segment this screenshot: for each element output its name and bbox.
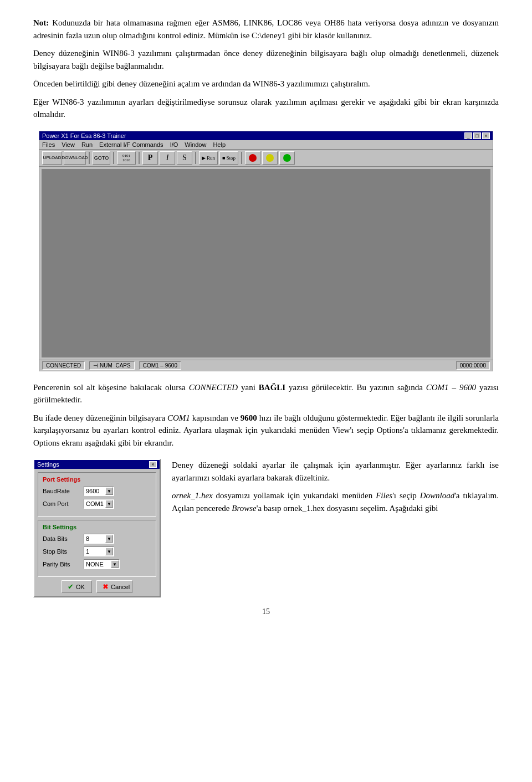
- ok-label: OK: [76, 584, 85, 590]
- toolbar-btn-green[interactable]: [279, 151, 295, 165]
- maximize-btn[interactable]: □: [473, 132, 481, 139]
- settings-section: Settings × Port Settings BaudRate 9600 ▼…: [33, 459, 499, 597]
- toolbar-btn-stop[interactable]: ■ Stop: [219, 151, 238, 165]
- toolbar-sep4: [195, 152, 196, 164]
- databits-dropdown-arrow[interactable]: ▼: [105, 535, 113, 543]
- page-number: 15: [33, 607, 499, 616]
- stopbits-label: Stop Bits: [43, 548, 80, 555]
- note-label: Not:: [33, 18, 49, 27]
- settings-para2-italic3: Download: [420, 491, 455, 500]
- toolbar-sep2: [113, 152, 114, 164]
- menu-view[interactable]: View: [62, 141, 75, 148]
- para4-end: yazısı görülecektir.: [285, 383, 353, 392]
- toolbar-sep1: [89, 152, 90, 164]
- toolbar-btn-yellow[interactable]: [262, 151, 278, 165]
- para6-block: Bu ifade deney düzeneğinin bilgisayara C…: [33, 412, 499, 449]
- stopbits-row: Stop Bits 1 ▼: [43, 546, 151, 556]
- paritybits-input[interactable]: NONE ▼: [84, 559, 120, 569]
- stopbits-dropdown-arrow[interactable]: ▼: [105, 548, 113, 555]
- comport-value: COM1: [86, 500, 104, 507]
- comport-row: Com Port COM1 ▼: [43, 499, 151, 509]
- baudrate-label: BaudRate: [43, 488, 80, 494]
- paritybits-row: Parity Bits NONE ▼: [43, 559, 151, 569]
- settings-right-text: Deney düzeneği soldaki ayarlar ile çalış…: [172, 459, 499, 520]
- para5-italic: COM1 – 9600: [426, 383, 476, 392]
- cancel-label: Cancel: [111, 584, 130, 590]
- toolbar-btn-i[interactable]: I: [160, 151, 175, 165]
- menu-run[interactable]: Run: [81, 141, 93, 148]
- minimize-btn[interactable]: _: [464, 132, 472, 139]
- status-connected: CONNECTED: [42, 361, 85, 370]
- baudrate-value: 9600: [86, 488, 99, 494]
- dlg-buttons: ✔ OK ✖ Cancel: [38, 580, 156, 593]
- screen-window: Power X1 For Esa 86-3 Trainer _ □ × File…: [39, 131, 493, 371]
- toolbar-btn-run[interactable]: ▶ Run: [199, 151, 218, 165]
- settings-para2: ornek_1.hex dosyamızı yollamak için yuka…: [172, 489, 499, 514]
- stopbits-input[interactable]: 1 ▼: [84, 546, 114, 556]
- comport-input[interactable]: COM1 ▼: [84, 499, 114, 509]
- screen-main-area: [42, 169, 490, 357]
- para4-italic: CONNECTED: [189, 383, 238, 392]
- screen-toolbar: UPLOAD DOWNLOAD GOTO 01011010 P I S ▶ Ru…: [39, 150, 493, 167]
- close-btn[interactable]: ×: [482, 132, 490, 139]
- databits-label: Data Bits: [43, 535, 80, 542]
- status-icon: ⊣ NUM CAPS: [89, 361, 134, 370]
- para3: Eğer WIN86-3 yazılımının ayarları değişt…: [33, 96, 499, 121]
- baudrate-row: BaudRate 9600 ▼: [43, 486, 151, 496]
- settings-para2-mid2: 'ı seçip: [392, 491, 420, 500]
- settings-para3-italic: Browse: [232, 504, 256, 513]
- ok-button[interactable]: ✔ OK: [62, 580, 92, 593]
- toolbar-btn-s[interactable]: S: [177, 151, 192, 165]
- para6-italic: COM1: [167, 413, 190, 422]
- toolbar-btn-red[interactable]: [245, 151, 260, 165]
- databits-row: Data Bits 8 ▼: [43, 534, 151, 544]
- settings-para2-italic2: Files: [376, 491, 392, 500]
- settings-para2-mid: dosyamızı yollamak için yukarıdaki menüd…: [213, 491, 376, 500]
- toolbar-btn-upload[interactable]: UPLOAD: [42, 151, 62, 165]
- baudrate-dropdown-arrow[interactable]: ▼: [105, 487, 113, 495]
- toolbar-btn-01010101[interactable]: 01011010: [117, 151, 136, 165]
- para4-block: Pencerenin sol alt köşesine bakılacak ol…: [33, 381, 499, 406]
- screen-titlebar: Power X1 For Esa 86-3 Trainer _ □ ×: [39, 131, 493, 140]
- paritybits-label: Parity Bits: [43, 561, 80, 568]
- para6-bold: 9600: [241, 413, 257, 422]
- para6-end: hızı ile bağlı olduğunu göstermektedir.: [257, 413, 388, 422]
- menu-help[interactable]: Help: [213, 141, 226, 148]
- baudrate-input[interactable]: 9600 ▼: [84, 486, 114, 496]
- toolbar-btn-p[interactable]: P: [142, 151, 158, 165]
- comport-dropdown-arrow[interactable]: ▼: [105, 500, 113, 508]
- menu-io[interactable]: I/O: [170, 141, 178, 148]
- settings-dialog: Settings × Port Settings BaudRate 9600 ▼…: [33, 459, 161, 597]
- para6-start: Bu ifade deney düzeneğinin bilgisayara: [33, 413, 167, 422]
- databits-value: 8: [86, 535, 89, 542]
- bit-settings-section: Bit Settings Data Bits 8 ▼ Stop Bits 1 ▼: [38, 520, 156, 577]
- note-text: Kodunuzda bir hata olmamasına rağmen eğe…: [33, 18, 499, 40]
- menu-window[interactable]: Window: [185, 141, 206, 148]
- bit-settings-title: Bit Settings: [43, 524, 151, 530]
- settings-para1: Deney düzeneği soldaki ayarlar ile çalış…: [172, 459, 499, 484]
- screen-menubar: Files View Run External I/F Commands I/O…: [39, 140, 493, 150]
- paritybits-value: NONE: [86, 561, 104, 568]
- screen-statusbar: CONNECTED ⊣ NUM CAPS COM1 – 9600 0000:00…: [39, 360, 493, 371]
- port-settings-title: Port Settings: [43, 476, 151, 483]
- dlg-titlebar: Settings ×: [34, 460, 160, 469]
- screen-title: Power X1 For Esa 86-3 Trainer: [42, 132, 126, 139]
- databits-input[interactable]: 8 ▼: [84, 534, 114, 544]
- menu-files[interactable]: Files: [42, 141, 55, 148]
- para4-bold: BAĞLI: [259, 383, 285, 392]
- menu-external[interactable]: External I/F Commands: [99, 141, 163, 148]
- status-coords: 0000:0000: [456, 361, 490, 370]
- toolbar-btn-download[interactable]: DOWNLOAD: [64, 151, 86, 165]
- dlg-body: Port Settings BaudRate 9600 ▼ Com Port C…: [34, 469, 160, 596]
- note-paragraph: Not: Kodunuzda bir hata olmamasına rağme…: [33, 17, 499, 42]
- toolbar-btn-goto[interactable]: GOTO: [93, 151, 110, 165]
- dlg-close-btn[interactable]: ×: [149, 461, 157, 468]
- paritybits-dropdown-arrow[interactable]: ▼: [111, 560, 119, 568]
- settings-para2-italic: ornek_1.hex: [172, 491, 213, 500]
- comport-label: Com Port: [43, 500, 80, 507]
- para6-mid: kapısından ve: [190, 413, 241, 422]
- para5-start: Bu yazının sağında: [356, 383, 426, 392]
- status-com: COM1 – 9600: [139, 361, 181, 370]
- stopbits-value: 1: [86, 548, 89, 555]
- cancel-button[interactable]: ✖ Cancel: [96, 580, 132, 593]
